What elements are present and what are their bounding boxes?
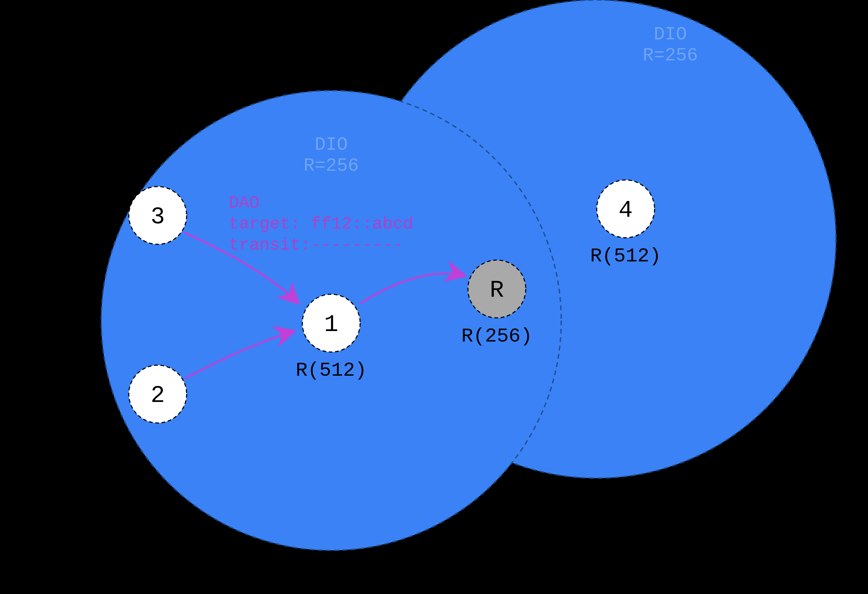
dao-line1: DAO [229, 193, 260, 213]
region-right-label-line2: R=256 [643, 45, 698, 66]
node-3: 3 [129, 187, 187, 244]
node-2: 2 [129, 365, 187, 423]
node-2-label: 2 [151, 382, 165, 409]
node-1-sub: R(512) [296, 360, 367, 382]
dao-line3: transit:--------- [229, 235, 403, 255]
node-root-label: R [490, 277, 504, 304]
region-right-label-line1: DIO [654, 24, 687, 45]
diagram-canvas: DIO R=256 DIO R=256 3 2 1 R(512) R R(256… [0, 0, 868, 594]
node-4-label: 4 [619, 197, 633, 224]
node-1-label: 1 [324, 311, 338, 338]
region-left-label-line1: DIO [314, 134, 348, 155]
node-root-sub: R(256) [461, 325, 532, 348]
node-4-sub: R(512) [590, 245, 661, 267]
region-left-label-line2: R=256 [304, 156, 359, 176]
node-3-label: 3 [151, 203, 165, 230]
dao-line2: target: ff12::abcd [229, 214, 413, 234]
